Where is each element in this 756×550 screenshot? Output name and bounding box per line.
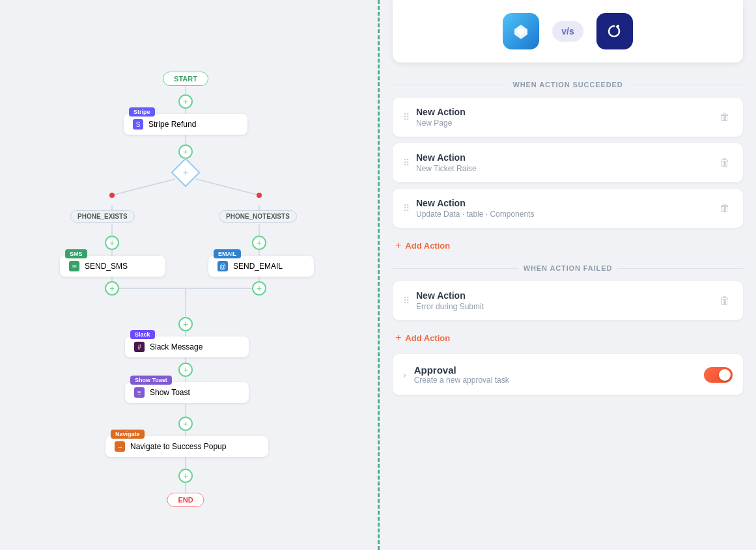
sms-badge: SMS: [65, 249, 87, 258]
delete-btn-1[interactable]: 🗑: [717, 154, 733, 171]
add-merge[interactable]: +: [178, 317, 193, 331]
send-sms-label: SEND_SMS: [85, 262, 128, 271]
delete-btn-2[interactable]: 🗑: [717, 200, 733, 217]
stripe-icon: S: [133, 119, 143, 130]
delete-btn-0[interactable]: 🗑: [717, 109, 733, 126]
logo-left: [503, 13, 539, 49]
svg-line-4: [112, 179, 175, 195]
add-after-toast[interactable]: +: [178, 417, 193, 431]
action-card-1[interactable]: ⠿ New Action New Ticket Raise 🗑: [393, 143, 743, 182]
add-action-failed-plus-icon: +: [395, 332, 401, 344]
slack-icon: #: [134, 342, 145, 352]
add-action-label: Add Action: [405, 241, 450, 251]
send-email-node[interactable]: EMAIL @ SEND_EMAIL: [208, 256, 314, 277]
stripe-refund-label: Stripe Refund: [148, 120, 196, 129]
action-subtitle-0: New Page: [416, 118, 710, 128]
drag-handle-1[interactable]: ⠿: [403, 158, 410, 168]
approval-title: Approval: [414, 364, 696, 376]
action-card-2[interactable]: ⠿ New Action Update Data · table · Compo…: [393, 189, 743, 228]
add-after-stripe[interactable]: +: [178, 144, 193, 159]
toggle-knob: [719, 369, 731, 381]
add-after-start[interactable]: +: [178, 94, 193, 109]
section-succeeded-label: WHEN ACTION SUCCEEDED: [512, 81, 623, 89]
stripe-badge: Stripe: [129, 107, 155, 117]
section-failed-label: WHEN ACTION FAILED: [524, 264, 612, 272]
svg-line-5: [196, 179, 259, 195]
action-info-2: New Action Update Data · table · Compone…: [416, 198, 710, 219]
action-title-0: New Action: [416, 107, 710, 117]
decision-diamond[interactable]: +: [171, 158, 200, 187]
panel-divider: [378, 0, 380, 550]
slack-node[interactable]: Slack # Slack Message: [125, 337, 249, 357]
navigate-node[interactable]: Navigate → Navigate to Success Popup: [105, 436, 268, 457]
action-info-0: New Action New Page: [416, 107, 710, 128]
branch-right-dot: [257, 193, 262, 198]
email-badge: EMAIL: [214, 249, 241, 258]
branch-left-dot: [109, 193, 115, 198]
action-info-1: New Action New Ticket Raise: [416, 152, 710, 173]
navigate-icon: →: [115, 441, 125, 452]
action-subtitle-2: Update Data · table · Components: [416, 210, 710, 219]
right-panel: v/s WHEN ACTION SUCCEEDED ⠿ New Action N…: [380, 0, 756, 550]
approval-card[interactable]: › Approval Create a new approval task: [393, 354, 743, 395]
logo-right: [596, 13, 633, 49]
slack-label: Slack Message: [150, 342, 203, 351]
add-left-branch[interactable]: +: [105, 236, 119, 250]
navigate-badge: Navigate: [111, 430, 145, 439]
section-failed-header: WHEN ACTION FAILED: [393, 264, 743, 272]
header-line-failed-right: [617, 268, 743, 269]
approval-subtitle: Create a new approval task: [414, 376, 696, 385]
add-action-failed-btn[interactable]: + Add Action: [393, 327, 743, 349]
actions-area: WHEN ACTION SUCCEEDED ⠿ New Action New P…: [380, 62, 756, 550]
action-subtitle-failed-0: Error during Submit: [416, 302, 710, 311]
phone-notexists-condition[interactable]: PHONE_NOTEXISTS: [219, 210, 297, 223]
action-card-failed-0[interactable]: ⠿ New Action Error during Submit 🗑: [393, 281, 743, 320]
drag-handle-2[interactable]: ⠿: [403, 203, 410, 213]
add-action-succeeded-btn[interactable]: + Add Action: [393, 234, 743, 256]
email-icon: @: [217, 261, 228, 271]
drag-handle-0[interactable]: ⠿: [403, 112, 410, 122]
phone-exists-condition[interactable]: PHONE_EXISTS: [70, 210, 135, 223]
action-info-failed-0: New Action Error during Submit: [416, 290, 710, 311]
action-card-0[interactable]: ⠿ New Action New Page 🗑: [393, 98, 743, 137]
add-after-sms[interactable]: +: [105, 281, 119, 296]
send-email-label: SEND_EMAIL: [233, 262, 283, 271]
approval-toggle[interactable]: [704, 367, 733, 383]
start-node: START: [163, 72, 208, 86]
toast-icon: ≡: [134, 387, 145, 398]
flow-canvas-panel: START + Stripe S Stripe Refund + + PHONE…: [0, 0, 378, 550]
approval-info: Approval Create a new approval task: [414, 364, 696, 385]
header-line-right: [628, 85, 743, 85]
add-after-slack[interactable]: +: [178, 363, 193, 377]
svg-point-24: [617, 25, 619, 27]
stripe-refund-node[interactable]: Stripe S Stripe Refund: [124, 114, 247, 135]
header-line-failed-left: [393, 268, 518, 269]
send-sms-node[interactable]: SMS ✉ SEND_SMS: [60, 256, 165, 277]
slack-badge: Slack: [130, 330, 155, 339]
navigate-label: Navigate to Success Popup: [130, 442, 226, 451]
showtoast-badge: Show Toast: [130, 376, 172, 385]
add-action-failed-label: Add Action: [405, 333, 450, 343]
header-line-left: [393, 85, 507, 85]
section-succeeded-header: WHEN ACTION SUCCEEDED: [393, 81, 743, 89]
action-title-failed-0: New Action: [416, 290, 710, 301]
add-after-navigate[interactable]: +: [178, 469, 193, 483]
vs-badge: v/s: [552, 21, 583, 42]
logos-header: v/s: [393, 0, 743, 62]
delete-btn-failed-0[interactable]: 🗑: [717, 292, 733, 309]
show-toast-label: Show Toast: [150, 388, 190, 397]
add-right-branch[interactable]: +: [252, 236, 266, 250]
sms-icon: ✉: [69, 261, 79, 271]
drag-handle-failed-0[interactable]: ⠿: [403, 296, 410, 306]
action-title-1: New Action: [416, 152, 710, 163]
action-subtitle-1: New Ticket Raise: [416, 164, 710, 173]
action-title-2: New Action: [416, 198, 710, 208]
add-after-email[interactable]: +: [252, 281, 266, 296]
add-action-plus-icon: +: [395, 240, 401, 251]
end-node: END: [167, 493, 204, 507]
show-toast-node[interactable]: Show Toast ≡ Show Toast: [125, 382, 249, 403]
approval-chevron-icon: ›: [403, 370, 406, 380]
